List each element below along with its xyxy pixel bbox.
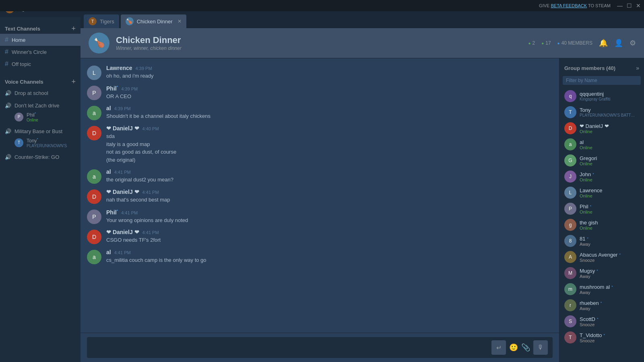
tony-voice-status: PLAYERUNKNOWN'S (27, 144, 67, 148)
active-count-value: 17 (545, 40, 551, 46)
member-status-tony: PLAYERUNKNOWN'S BATTLEGR (580, 113, 636, 117)
add-member-button[interactable]: 👤 (614, 39, 623, 47)
member-avatar-rhueben: r (564, 299, 576, 311)
group-header: 🍗 Chicken Dinner Winner, winner, chicken… (80, 28, 644, 58)
member-t-vidotto[interactable]: T T_Vidotto* Snooze (559, 329, 644, 346)
voice-channel-military-base[interactable]: 🔊 Military Base or Bust T Tony* PLAYERUN… (0, 125, 80, 151)
voice-channel-drop-at-school[interactable]: 🔊 Drop at school (0, 87, 80, 99)
msg-avatar-8: D (87, 230, 101, 244)
member-status-t-vidotto: Snooze (580, 338, 639, 343)
member-name-81: 81* (580, 236, 639, 242)
expand-members-button[interactable]: » (636, 65, 639, 71)
member-status-qqquentinj: Kingspray Graffiti (580, 97, 636, 101)
msg-avatar-2: P (87, 86, 101, 100)
send-button[interactable]: ↵ (491, 340, 506, 355)
tony-voice-avatar: T (14, 138, 23, 147)
member-info-lawrence: Lawrence Online (580, 187, 639, 198)
tigers-tab-avatar: T (89, 17, 97, 25)
voice-channel-2-label: Don't let Zach drive (14, 103, 60, 109)
msg-header-1: Lawrence 4:39 PM (106, 65, 553, 71)
msg-username-1: Lawrence (106, 65, 132, 71)
member-mugsy[interactable]: M Mugsy* Away (559, 265, 644, 281)
msg-text-4: sdaitaly is a good mapnot as good as dus… (106, 132, 553, 164)
beta-text: GIVE BETA FEEDBACK TO STEAM (539, 3, 611, 8)
member-name-the-gish: the gish (580, 220, 639, 226)
message-input[interactable] (92, 344, 488, 351)
member-avatar-mugsy: M (564, 267, 576, 279)
members-filter-input[interactable] (563, 76, 641, 85)
maximize-button[interactable]: ☐ (627, 2, 632, 9)
member-status-gregori: Online (580, 161, 639, 166)
member-phil[interactable]: P Phil* Online (559, 201, 644, 217)
voice-channel-dont-let-zach[interactable]: 🔊 Don't let Zach drive P Phil* Online (0, 99, 80, 125)
channel-home-label: Home (12, 37, 26, 43)
add-voice-channel-button[interactable]: + (71, 78, 76, 85)
hash-icon-off-topic: # (5, 60, 8, 68)
member-name-danielj: ❤ DanielJ ❤ (580, 123, 639, 129)
msg-content-6: ❤ DanielJ ❤ 4:41 PM nah that's second be… (106, 189, 553, 204)
tab-close-button[interactable]: ✕ (178, 19, 182, 24)
member-danielj[interactable]: D ❤ DanielJ ❤ Online (559, 120, 644, 136)
emoji-button[interactable]: 🙂 (509, 343, 518, 352)
messages-container[interactable]: L Lawrence 4:39 PM oh ho, and i'm ready … (80, 58, 559, 333)
close-button[interactable]: ✕ (636, 2, 641, 9)
member-al[interactable]: a al Online (559, 136, 644, 152)
online-count-value: 2 (533, 40, 535, 46)
member-rhueben[interactable]: r rhueben* Away (559, 297, 644, 313)
voice-icon-4: 🔊 (5, 154, 11, 160)
member-abacus-avenger[interactable]: A Abacus Avenger* Snooze (559, 249, 644, 265)
tab-tigers[interactable]: T Tigers (84, 14, 119, 28)
msg-text-9: cs_militia couch camp is the only way to… (106, 256, 553, 264)
member-john[interactable]: J John* Online (559, 169, 644, 185)
hash-icon-home: # (5, 36, 8, 43)
channel-off-topic[interactable]: # Off topic (0, 58, 80, 70)
member-status-danielj: Online (580, 129, 639, 134)
message-input-area: ↵ 🙂 📎 🎙 (80, 333, 559, 362)
member-info-the-gish: the gish Online (580, 220, 639, 230)
settings-button[interactable]: ⚙ (630, 39, 636, 47)
msg-text-2: OR A CEO (106, 93, 553, 101)
voice-channel-counter-strike[interactable]: 🔊 Counter-Strike: GO (0, 151, 80, 163)
member-status-john: Online (580, 177, 639, 182)
member-lawrence[interactable]: L Lawrence Online (559, 185, 644, 201)
group-avatar: 🍗 (89, 33, 109, 53)
tab-chicken-dinner[interactable]: 🍗 Chicken Dinner ✕ (121, 14, 186, 28)
msg-avatar-1: L (87, 66, 101, 80)
member-name-gregori: Gregori (580, 155, 639, 161)
message-4: D ❤ DanielJ ❤ 4:40 PM sdaitaly is a good… (80, 123, 559, 166)
msg-text-5: the original dust2 you mean? (106, 176, 553, 184)
notifications-button[interactable]: 🔔 (599, 39, 608, 47)
member-scottd[interactable]: S ScottD* Snooze (559, 313, 644, 329)
member-gregori[interactable]: G Gregori Online (559, 152, 644, 169)
msg-time-4: 4:40 PM (142, 126, 159, 131)
member-mushroom-al[interactable]: m mushroom al* Away (559, 281, 644, 297)
message-input-wrapper: ↵ 🙂 📎 🎙 (87, 337, 553, 358)
group-info: Chicken Dinner Winner, winner, chicken d… (116, 35, 182, 51)
msg-content-4: ❤ DanielJ ❤ 4:40 PM sdaitaly is a good m… (106, 125, 553, 164)
member-81[interactable]: 8 81* Away (559, 233, 644, 249)
msg-content-3: al 4:39 PM Shouldn't it be a channel abo… (106, 105, 553, 120)
group-name: Chicken Dinner (116, 35, 182, 45)
msg-content-8: ❤ DanielJ ❤ 4:41 PM CSGO needs TF's 2for… (106, 229, 553, 244)
member-qqquentinj[interactable]: q qqquentinj Kingspray Graffiti (559, 88, 644, 104)
msg-time-5: 4:41 PM (114, 170, 131, 175)
beta-feedback-link[interactable]: BETA FEEDBACK (551, 3, 587, 8)
member-the-gish[interactable]: g the gish Online (559, 217, 644, 233)
msg-text-6: nah that's second best map (106, 196, 553, 204)
msg-username-4: ❤ DanielJ ❤ (106, 125, 139, 132)
members-panel: Group members (40) » q qqquentinj Kingsp… (559, 58, 644, 362)
member-name-abacus: Abacus Avenger* (580, 252, 639, 258)
add-text-channel-button[interactable]: + (71, 25, 76, 32)
attach-button[interactable]: 📎 (521, 343, 530, 352)
voice-channels-header: Voice Channels + (0, 75, 80, 87)
msg-content-9: al 4:41 PM cs_militia couch camp is the … (106, 249, 553, 264)
channel-home[interactable]: # Home (0, 34, 80, 46)
member-name-rhueben: rhueben* (580, 300, 639, 306)
minimize-button[interactable]: — (617, 2, 623, 9)
mic-button[interactable]: 🎙 (533, 340, 548, 355)
msg-content-7: Phil* 4:41 PM Your wrong opinions are du… (106, 209, 553, 224)
msg-avatar-9: a (87, 250, 101, 264)
msg-text-7: Your wrong opinions are duly noted (106, 216, 553, 224)
channel-winners-circle[interactable]: # Winner's Circle (0, 46, 80, 58)
member-tony[interactable]: T Tony PLAYERUNKNOWN'S BATTLEGR (559, 104, 644, 120)
